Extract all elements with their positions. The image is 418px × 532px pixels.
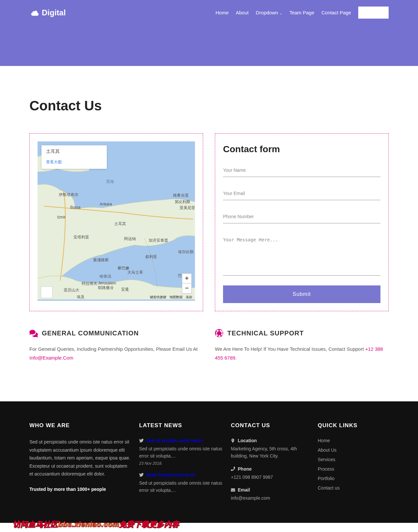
general-heading: GENERAL COMMUNICATION <box>42 330 139 337</box>
phone-input[interactable] <box>223 210 380 223</box>
login-button[interactable]: Login <box>358 7 389 19</box>
tech-text-body: We Are Here To Help! If You Have Technic… <box>215 346 365 352</box>
news-text: Sed ut perspiciatis unde omnis iste natu… <box>139 479 222 494</box>
map-pin-icon <box>231 439 235 443</box>
email-input[interactable] <box>223 187 380 200</box>
map-label: 土耳其 <box>114 221 126 227</box>
map-label: 特拉维夫 <box>82 281 97 286</box>
quick-link[interactable]: Home <box>318 438 330 443</box>
overlay-banner: 访问血鸟社区bbs.xieniao.com免费下载更多内容 <box>13 520 179 523</box>
map-label: 叙利亚 <box>145 254 157 260</box>
map-label: 塞浦路斯 <box>93 257 109 263</box>
map-label: Jerusalem <box>98 281 116 285</box>
map-label: 埃尔比勒 <box>178 249 194 255</box>
life-ring-icon <box>215 329 223 337</box>
map-label: Izmir <box>57 215 66 219</box>
brand-text: Digital <box>42 8 66 17</box>
footer-news: LATEST NEWS Sed ut piciatis unde natus S… <box>139 422 222 508</box>
tech-text: We Are Here To Help! If You Have Technic… <box>215 345 389 362</box>
news-item: Sed ut piciatis unde natus Sed ut perspi… <box>139 438 222 466</box>
map-sea-label: 黑海 <box>106 179 114 185</box>
nav-dropdown-label: Dropdown <box>256 10 278 15</box>
map-label: 安曼 <box>121 287 129 292</box>
map-scale-control[interactable] <box>41 286 53 298</box>
tech-heading: TECHNICAL SUPPORT <box>227 330 304 337</box>
quick-link[interactable]: Portfolio <box>318 476 334 481</box>
message-input[interactable] <box>223 233 380 276</box>
navbar: Digital Home About Dropdown ⌄ Team Page … <box>29 7 389 19</box>
location-label: Location <box>238 438 257 443</box>
email-label: Email <box>238 487 250 492</box>
quick-link[interactable]: Process <box>318 466 334 472</box>
map-attr-item[interactable]: 地图数据 <box>169 295 183 299</box>
map-label: 哈依法 <box>100 274 111 279</box>
map-popup: 土耳其 查看大图 <box>41 145 107 169</box>
news-item: Modi tempra incunt sit Sed ut perspiciat… <box>139 472 222 494</box>
news-title-link[interactable]: Sed ut piciatis unde natus <box>146 438 203 443</box>
nav-dropdown[interactable]: Dropdown ⌄ <box>256 10 282 15</box>
map-label: 耶路撒冷 <box>98 285 114 291</box>
map-label: 加济安泰普 <box>149 238 168 243</box>
quick-link[interactable]: Services <box>318 457 335 462</box>
quick-link[interactable]: Contact us <box>318 485 340 491</box>
general-text: For General Queries, Including Partnersh… <box>29 345 203 362</box>
comments-icon <box>29 329 38 337</box>
news-date: 23 Nov 2018. <box>139 461 222 466</box>
envelope-icon <box>231 488 235 492</box>
hero: Digital Home About Dropdown ⌄ Team Page … <box>0 0 418 66</box>
twitter-icon <box>139 473 144 477</box>
general-email-link[interactable]: Info@Example.Com <box>29 355 73 361</box>
nav-contact[interactable]: Contact Page <box>321 10 351 15</box>
nav-about[interactable]: About <box>236 10 249 15</box>
general-text-body: For General Queries, Including Partnersh… <box>29 346 198 352</box>
footer-who-text: Sed ut perspiciatis unde omnis iste natu… <box>29 438 131 478</box>
footer-news-heading: LATEST NEWS <box>139 422 222 429</box>
chevron-down-icon: ⌄ <box>279 11 282 15</box>
location-value: Marketing Agency, 5th cross, 4th buildin… <box>231 445 309 460</box>
map-popup-link[interactable]: 查看大图 <box>46 160 62 164</box>
map-attribution: 键盘快捷键 地图数据 条款 <box>150 295 192 299</box>
footer-contact: CONTACT US Location Marketing Agency, 5t… <box>231 422 309 508</box>
map-label: 阿达纳 <box>124 236 136 242</box>
contact-form-card: Contact form Submit <box>215 133 389 311</box>
name-input[interactable] <box>223 164 380 177</box>
map-card: 黑海 格鲁吉亚 第比利斯 亚美尼亚 Ankara 伊斯坦布尔 Bursa Izm… <box>29 133 203 311</box>
zoom-in-button[interactable]: + <box>182 274 191 283</box>
cloud-icon <box>29 9 39 16</box>
map-label: 亚历山大 <box>64 287 79 293</box>
map-attr-item[interactable]: 条款 <box>186 295 192 299</box>
footer-trusted: Trusted by more than 1000+ people <box>29 485 131 493</box>
map-label: 格鲁吉亚 <box>173 193 189 198</box>
map-label: 埃及 <box>77 294 85 300</box>
map-label: Bursa <box>70 205 80 210</box>
quick-link[interactable]: About Us <box>318 447 337 453</box>
footer-contact-heading: CONTACT US <box>231 422 309 429</box>
nav-home[interactable]: Home <box>216 10 229 15</box>
map-label: Ankara <box>100 202 112 206</box>
news-text: Sed ut perspiciatis unde omnis iste natu… <box>139 445 222 460</box>
footer-who-heading: WHO WE ARE <box>29 422 131 429</box>
nav-links: Home About Dropdown ⌄ Team Page Contact … <box>216 7 389 19</box>
map-label: 伊斯坦布尔 <box>59 192 78 198</box>
zoom-out-button[interactable]: − <box>182 283 191 293</box>
general-communication: GENERAL COMMUNICATION For General Querie… <box>29 329 203 362</box>
brand-logo[interactable]: Digital <box>29 8 66 17</box>
map-popup-title: 土耳其 <box>46 149 102 154</box>
map-label: 大马士革 <box>127 270 143 275</box>
map[interactable]: 黑海 格鲁吉亚 第比利斯 亚美尼亚 Ankara 伊斯坦布尔 Bursa Izm… <box>38 141 195 301</box>
email-value: info@example.com <box>231 494 309 502</box>
footer-quick-links: QUICK LINKS Home About Us Services Proce… <box>318 422 389 508</box>
news-title-link[interactable]: Modi tempra incunt sit <box>146 472 195 477</box>
phone-label: Phone <box>238 466 252 472</box>
map-attr-item[interactable]: 键盘快捷键 <box>150 295 166 299</box>
footer-about: WHO WE ARE Sed ut perspiciatis unde omni… <box>29 422 131 508</box>
nav-team[interactable]: Team Page <box>289 10 314 15</box>
phone-value: +121 098 8907 9987 <box>231 474 309 481</box>
map-label: 第比利斯 <box>175 199 190 205</box>
map-zoom: + − <box>182 273 192 294</box>
phone-icon <box>231 467 235 471</box>
map-label: 安塔利亚 <box>73 234 89 240</box>
submit-button[interactable]: Submit <box>223 285 380 303</box>
map-label: 亚美尼亚 <box>180 205 195 211</box>
technical-support: TECHNICAL SUPPORT We Are Here To Help! I… <box>215 329 389 362</box>
